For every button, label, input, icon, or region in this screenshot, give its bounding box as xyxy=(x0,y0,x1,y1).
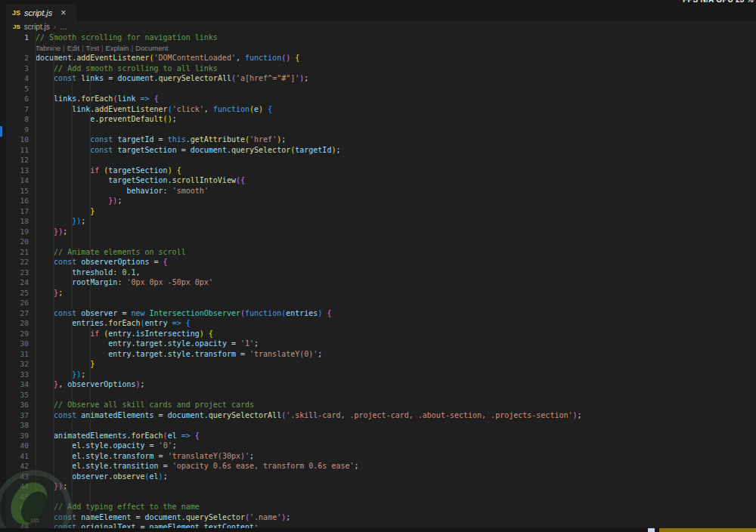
code-line[interactable]: 34 }, observerOptions); xyxy=(6,379,756,390)
line-number[interactable]: 33 xyxy=(6,370,29,380)
code-text[interactable]: el.style.opacity = '0'; xyxy=(29,441,756,451)
code-line[interactable]: 33 }); xyxy=(6,370,756,380)
code-line[interactable]: 6 links.forEach(link => { xyxy=(6,94,756,104)
code-text[interactable]: // Observe all skill cards and project c… xyxy=(29,400,756,410)
line-number[interactable]: 24 xyxy=(6,277,29,288)
line-number[interactable]: 16 xyxy=(6,196,29,206)
line-number[interactable]: 11 xyxy=(6,145,29,156)
code-line[interactable]: 12 xyxy=(6,155,756,165)
code-text[interactable]: const observer = new IntersectionObserve… xyxy=(29,308,756,319)
line-number[interactable]: 31 xyxy=(6,349,29,360)
line-number[interactable]: 8 xyxy=(6,114,29,125)
code-line[interactable]: 8 e.preventDefault(); xyxy=(6,114,756,125)
tab-script-js[interactable]: JS script.js × xyxy=(6,4,78,21)
code-text[interactable]: threshold: 0.1, xyxy=(29,268,756,278)
code-line[interactable]: 37 const animatedElements = document.que… xyxy=(6,410,756,421)
code-editor[interactable]: 1// Smooth scrolling for navigation link… xyxy=(6,32,756,532)
code-text[interactable]: const observerOptions = { xyxy=(29,257,756,268)
code-line[interactable]: 26 xyxy=(6,298,756,308)
code-text[interactable]: entry.target.style.opacity = '1'; xyxy=(29,339,756,349)
line-number[interactable]: 29 xyxy=(6,329,29,339)
code-line[interactable]: 5 xyxy=(6,84,756,94)
line-number[interactable]: 46 xyxy=(6,502,29,512)
code-text[interactable]: behavior: 'smooth' xyxy=(29,186,756,196)
code-text[interactable]: } xyxy=(29,359,756,370)
code-line[interactable]: 15 behavior: 'smooth' xyxy=(6,186,756,196)
code-text[interactable]: targetSection.scrollIntoView({ xyxy=(29,175,756,186)
code-line[interactable]: 43 observer.observe(el); xyxy=(6,472,756,482)
code-line[interactable]: 3 // Add smooth scrolling to all links xyxy=(6,63,756,74)
line-number[interactable]: 35 xyxy=(6,390,29,401)
code-text[interactable]: const links = document.querySelectorAll(… xyxy=(29,73,756,84)
code-text[interactable]: if (entry.isIntersecting) { xyxy=(29,329,756,339)
line-number[interactable]: 44 xyxy=(6,481,29,492)
code-line[interactable]: 20 xyxy=(6,237,756,247)
line-number[interactable]: 42 xyxy=(6,461,29,472)
line-number[interactable]: 23 xyxy=(6,268,29,278)
line-number[interactable]: 21 xyxy=(6,247,29,258)
code-text[interactable]: const targetId = this.getAttribute('href… xyxy=(29,135,756,145)
line-number[interactable]: 13 xyxy=(6,165,29,176)
code-text[interactable]: link.addEventListener('click', function(… xyxy=(29,104,756,115)
codelens-action[interactable]: Test xyxy=(86,44,99,52)
code-line[interactable]: 2document.addEventListener('DOMContentLo… xyxy=(6,53,756,63)
code-line[interactable]: 19 }); xyxy=(6,227,756,237)
code-line[interactable]: 24 rootMargin: '0px 0px -50px 0px' xyxy=(6,277,756,288)
code-line[interactable]: 11 const targetSection = document.queryS… xyxy=(6,145,756,156)
codelens-action[interactable]: Document xyxy=(135,44,168,52)
code-text[interactable] xyxy=(29,237,756,247)
code-line[interactable]: 23 threshold: 0.1, xyxy=(6,268,756,278)
line-number[interactable]: 12 xyxy=(6,155,29,165)
line-number[interactable]: 5 xyxy=(6,84,29,94)
line-number[interactable]: 32 xyxy=(6,359,29,370)
code-line[interactable]: 4 const links = document.querySelectorAl… xyxy=(6,73,756,84)
code-text[interactable]: // Smooth scrolling for navigation links xyxy=(29,32,756,43)
line-number[interactable]: 47 xyxy=(6,512,29,523)
line-number[interactable]: 18 xyxy=(6,216,29,227)
code-line[interactable]: 41 el.style.transform = 'translateY(30px… xyxy=(6,451,756,462)
line-number[interactable]: 10 xyxy=(6,135,29,145)
line-number[interactable]: 14 xyxy=(6,175,29,186)
codelens-action[interactable]: Explain xyxy=(106,44,129,52)
line-number[interactable]: 4 xyxy=(6,73,29,84)
breadcrumb[interactable]: JS script.js › … xyxy=(6,21,756,32)
code-line[interactable]: 17 } xyxy=(6,206,756,217)
code-text[interactable]: const animatedElements = document.queryS… xyxy=(29,410,756,421)
line-number[interactable]: 28 xyxy=(6,318,29,329)
close-icon[interactable]: × xyxy=(60,8,66,18)
code-text[interactable] xyxy=(29,390,756,401)
code-text[interactable]: rootMargin: '0px 0px -50px 0px' xyxy=(29,277,756,288)
code-line[interactable]: 45 xyxy=(6,492,756,503)
code-line[interactable]: 30 entry.target.style.opacity = '1'; xyxy=(6,339,756,349)
code-line[interactable]: 1// Smooth scrolling for navigation link… xyxy=(6,32,756,43)
code-text[interactable]: animatedElements.forEach(el => { xyxy=(29,431,756,441)
line-number[interactable]: 45 xyxy=(6,492,29,503)
line-number[interactable]: 7 xyxy=(6,104,29,115)
line-number[interactable]: 6 xyxy=(6,94,29,104)
code-text[interactable]: el.style.transform = 'translateY(30px)'; xyxy=(29,451,756,462)
code-line[interactable]: 18 }); xyxy=(6,216,756,227)
code-text[interactable]: }); xyxy=(29,227,756,237)
code-text[interactable]: }); xyxy=(29,370,756,380)
line-number[interactable]: 39 xyxy=(6,431,29,441)
breadcrumb-symbol[interactable]: … xyxy=(60,23,67,31)
code-text[interactable]: entries.forEach(entry => { xyxy=(29,318,756,329)
breadcrumb-file[interactable]: script.js xyxy=(24,23,50,31)
codelens-action[interactable]: Edit xyxy=(67,44,79,52)
code-text[interactable] xyxy=(29,155,756,165)
code-line[interactable]: 22 const observerOptions = { xyxy=(6,257,756,268)
code-text[interactable]: }); xyxy=(29,216,756,227)
code-text[interactable]: document.addEventListener('DOMContentLoa… xyxy=(29,53,756,63)
code-line[interactable]: 25 }; xyxy=(6,288,756,298)
code-line[interactable]: 36 // Observe all skill cards and projec… xyxy=(6,400,756,410)
code-line[interactable]: 21 // Animate elements on scroll xyxy=(6,247,756,258)
line-number[interactable]: 1 xyxy=(6,32,29,43)
line-number[interactable]: 9 xyxy=(6,125,29,135)
code-line[interactable]: 39 animatedElements.forEach(el => { xyxy=(6,431,756,441)
code-text[interactable]: }); xyxy=(29,196,756,206)
code-text[interactable]: }; xyxy=(29,288,756,298)
code-text[interactable]: // Add smooth scrolling to all links xyxy=(29,63,756,74)
code-text[interactable]: // Add typing effect to the name xyxy=(29,502,756,512)
code-text[interactable] xyxy=(29,84,756,94)
code-text[interactable] xyxy=(29,298,756,308)
